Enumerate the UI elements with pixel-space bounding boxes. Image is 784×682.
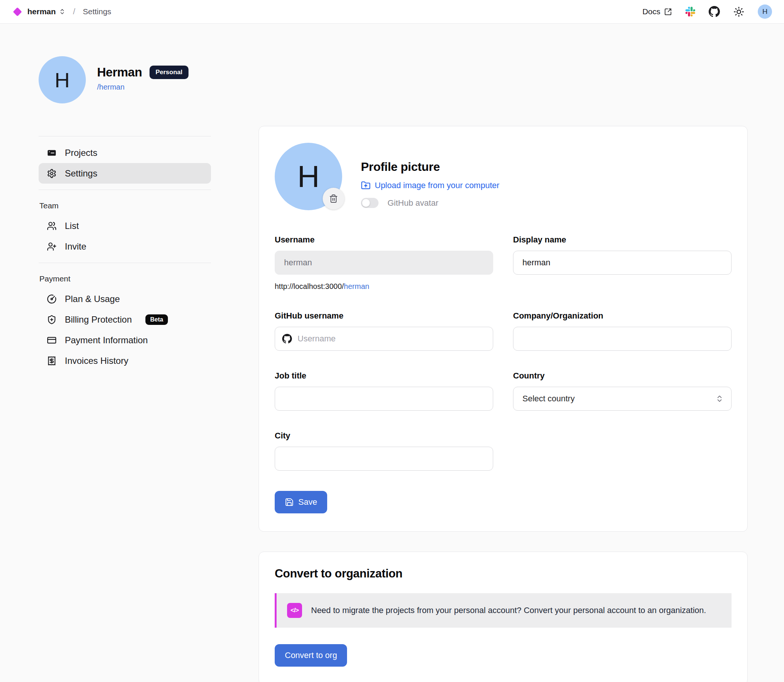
profile-url-prefix: http://localhost:3000/ — [275, 282, 344, 290]
company-input[interactable] — [513, 327, 731, 351]
sidebar-item-plan-usage[interactable]: Plan & Usage — [38, 288, 211, 309]
convert-notice-text: Need to migrate the projects from your p… — [311, 606, 706, 615]
upload-image-label: Upload image from your computer — [375, 181, 500, 190]
theme-sun-icon[interactable] — [733, 6, 744, 17]
profile-avatar: H — [38, 56, 86, 104]
credit-card-icon — [47, 335, 57, 345]
sidebar-item-label: List — [65, 221, 79, 231]
user-avatar[interactable]: H — [758, 5, 772, 19]
beta-badge: Beta — [145, 314, 168, 325]
topbar: herman / Settings Docs H — [0, 0, 784, 24]
profile-picture-avatar-wrap: H — [275, 143, 342, 210]
sidebar-item-team-invite[interactable]: Invite — [38, 236, 211, 257]
display-name-input[interactable] — [513, 251, 731, 275]
country-label: Country — [513, 371, 731, 381]
convert-to-org-button[interactable]: Convert to org — [275, 644, 347, 667]
city-label: City — [275, 431, 493, 441]
sidebar-item-label: Billing Protection — [65, 314, 132, 325]
profile-header: H Herman Personal /herman — [38, 56, 747, 104]
profile-name: Herman — [97, 65, 142, 80]
docs-label: Docs — [642, 7, 660, 16]
profile-url-handle-link[interactable]: herman — [344, 282, 370, 290]
country-select-value: Select country — [523, 394, 575, 403]
gauge-icon — [47, 294, 57, 304]
username-label: Username — [275, 235, 493, 245]
topbar-actions: Docs H — [642, 5, 772, 19]
sidebar-item-billing-protection[interactable]: Billing Protection Beta — [38, 309, 211, 330]
profile-picture-title: Profile picture — [361, 160, 500, 174]
country-select[interactable]: Select country — [513, 387, 731, 411]
delete-avatar-button[interactable] — [323, 188, 344, 209]
breadcrumb-separator: / — [73, 7, 75, 16]
workspace-switcher[interactable]: herman — [27, 7, 56, 16]
job-title-label: Job title — [275, 371, 493, 381]
users-icon — [47, 221, 57, 231]
page-body: H Herman Personal /herman Projects — [0, 24, 784, 682]
job-title-input[interactable] — [275, 387, 493, 411]
username-input[interactable] — [275, 251, 493, 275]
docs-link[interactable]: Docs — [642, 7, 672, 16]
sidebar-item-label: Invoices History — [65, 355, 128, 366]
trash-icon — [329, 194, 338, 203]
external-link-icon — [664, 8, 672, 16]
breadcrumb-page: Settings — [83, 7, 111, 16]
sidebar-item-projects[interactable]: Projects — [38, 142, 211, 163]
chevrons-up-down-icon — [715, 395, 723, 403]
app-logo-diamond-icon — [13, 7, 22, 16]
settings-sidebar: Projects Settings Team List Invite — [38, 126, 211, 682]
upload-image-link[interactable]: Upload image from your computer — [361, 181, 500, 190]
profile-card: H Profile picture Upload image from your… — [258, 126, 747, 532]
github-icon — [282, 334, 292, 344]
settings-main: H Profile picture Upload image from your… — [258, 126, 747, 682]
slack-icon[interactable] — [685, 7, 695, 16]
sidebar-item-label: Projects — [65, 148, 97, 158]
projects-icon — [47, 148, 57, 158]
sidebar-item-team-list[interactable]: List — [38, 215, 211, 236]
personal-badge: Personal — [150, 65, 188, 79]
github-avatar-toggle[interactable] — [361, 198, 379, 208]
save-button[interactable]: Save — [275, 491, 327, 513]
convert-notice-banner: </> Need to migrate the projects from yo… — [275, 593, 731, 628]
sidebar-item-invoices-history[interactable]: Invoices History — [38, 351, 211, 371]
save-button-label: Save — [298, 497, 317, 507]
github-icon[interactable] — [709, 6, 720, 17]
display-name-label: Display name — [513, 235, 731, 245]
code-icon: </> — [287, 603, 302, 618]
company-label: Company/Organization — [513, 311, 731, 321]
sidebar-item-label: Settings — [65, 168, 97, 179]
chevrons-up-down-icon[interactable] — [59, 8, 65, 15]
sidebar-section-team: Team — [38, 196, 211, 215]
shield-plus-icon — [47, 315, 57, 325]
convert-title: Convert to organization — [275, 567, 731, 580]
profile-meta: Herman Personal /herman — [97, 65, 188, 91]
sidebar-item-label: Payment Information — [65, 335, 148, 346]
github-username-input[interactable] — [275, 327, 493, 351]
sidebar-item-label: Plan & Usage — [65, 294, 120, 304]
convert-to-org-label: Convert to org — [285, 650, 337, 660]
sidebar-item-settings[interactable]: Settings — [38, 163, 211, 183]
profile-form: Username http://localhost:3000/herman Di… — [275, 235, 731, 513]
sidebar-item-payment-information[interactable]: Payment Information — [38, 330, 211, 351]
receipt-icon — [47, 356, 57, 366]
user-plus-icon — [47, 242, 57, 252]
convert-to-organization-card: Convert to organization </> Need to migr… — [258, 551, 747, 682]
profile-handle-link[interactable]: /herman — [97, 83, 188, 91]
github-username-label: GitHub username — [275, 311, 493, 321]
sidebar-section-payment: Payment — [38, 269, 211, 288]
github-avatar-toggle-label: GitHub avatar — [387, 198, 438, 208]
gear-icon — [47, 169, 57, 178]
profile-url: http://localhost:3000/herman — [275, 282, 493, 291]
sidebar-item-label: Invite — [65, 241, 86, 252]
city-input[interactable] — [275, 447, 493, 471]
save-icon — [285, 498, 294, 507]
folder-upload-icon — [361, 181, 371, 190]
